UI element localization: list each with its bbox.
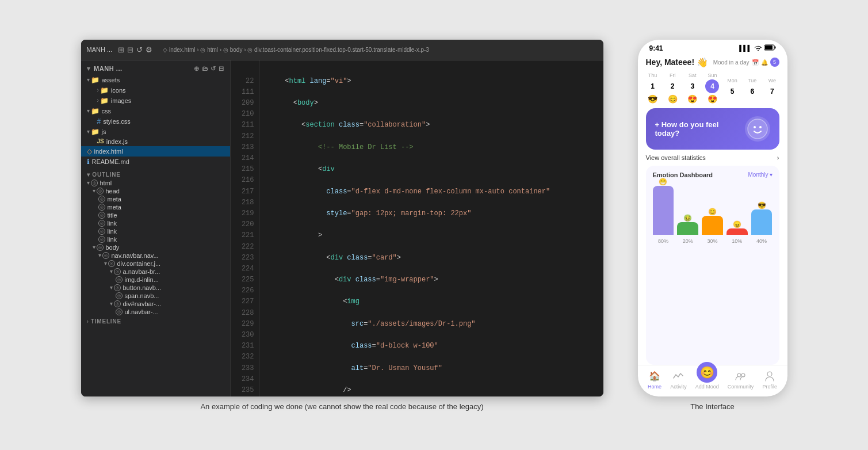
cal-day-we[interactable]: We 7 [765,78,779,98]
outline-body[interactable]: ▾ ◎ body [81,243,230,251]
mood-badge: Mood in a day 📅 🔔 5 [713,58,779,67]
outline-html[interactable]: ▾ ◎ html [81,179,230,187]
notification-count: 5 [770,58,779,67]
tree-item-readme[interactable]: ℹ README.md [81,157,230,167]
feel-today-label: + How do you feel today? [655,120,745,138]
bar3 [702,216,723,235]
new-file-icon[interactable]: ⊕ [194,65,200,73]
outline-span[interactable]: ◎ span.navb... [81,292,230,300]
cal-day-thu[interactable]: Thu 1 😎 [646,73,660,104]
outline-button[interactable]: ▾ ◎ button.navb... [81,284,230,292]
outline-a-navbar[interactable]: ▾ ◎ a.navbar-br... [81,268,230,276]
bar3-pct: 30% [707,238,717,244]
head-icon: ◎ [97,188,104,195]
tree-item-css[interactable]: ▾ 📁 css [81,106,230,116]
meta1-icon: ◎ [98,196,105,203]
time: 9:41 [649,44,663,52]
tree-item-icons[interactable]: › 📁 icons [81,85,230,96]
nav-add-mood[interactable]: 😊 Add Mood [695,370,719,390]
wifi-icon [754,45,762,52]
bar2-emoji: 🤢 [683,214,692,222]
status-bar: 9:41 ▌▌▌ [638,40,787,55]
stats-link[interactable]: View overall statistics › [646,154,779,161]
refresh-files-icon[interactable]: ↺ [211,65,216,73]
outline-div-container[interactable]: ▾ ◎ div.container.j... [81,260,230,268]
code-content[interactable]: <html lang="vi"> <body> <section class="… [259,60,603,396]
layout-icon[interactable]: ⊟ [127,45,133,54]
split-icon[interactable]: ⊞ [118,45,124,54]
nav-profile[interactable]: Profile [762,370,777,390]
right-caption: The Interface [690,402,735,411]
bar3-emoji: 😊 [708,208,717,216]
chevron-right-icon: › [777,154,779,161]
cal-day-mon[interactable]: Mon 5 [725,78,739,98]
cal-day-sun[interactable]: Sun 4 😍 [705,73,719,104]
tree-item-indexjs[interactable]: JS index.js [81,137,230,146]
tree-item-stylescss[interactable]: # styles.css [81,116,230,127]
bar-col-1: 😁 80% [653,186,674,235]
cal-day-sat[interactable]: Sat 3 😍 [686,73,699,104]
project-name: MANH ... ⊞ ⊟ ↺ ⚙ [87,45,153,54]
svg-point-8 [767,372,772,376]
nav-community[interactable]: Community [728,370,754,390]
new-folder-icon[interactable]: 🗁 [202,65,209,73]
outline-meta2[interactable]: ◎ meta [81,203,230,211]
outline-head[interactable]: ▾ ◎ head [81,187,230,195]
tree-item-indexhtml[interactable]: ◇ index.html [81,146,230,157]
bar1 [653,186,674,235]
svg-point-3 [748,119,767,139]
outline-title[interactable]: ◎ title [81,211,230,219]
dropdown-chevron-icon: ▾ [770,171,773,178]
nav-home[interactable]: 🏠 Home [648,370,661,390]
bell-icon[interactable]: 🔔 [761,59,768,66]
bar4-emoji: 😠 [733,220,741,228]
left-section: MANH ... ⊞ ⊟ ↺ ⚙ ◇ index.html › ◎ html ›… [81,40,603,411]
outline-link3[interactable]: ◎ link [81,235,230,243]
outline-link2[interactable]: ◎ link [81,227,230,235]
outline-nav[interactable]: ▾ ◎ nav.navbar.nav... [81,251,230,260]
feel-today-card[interactable]: + How do you feel today? [646,108,779,150]
right-section: 9:41 ▌▌▌ Hey, Mateee! 👋 [638,40,787,411]
bar2-pct: 20% [683,238,693,244]
breadcrumb: ◇ index.html › ◎ html › ◎ body › ◎ div.t… [157,47,597,53]
span-icon: ◎ [116,292,123,299]
monthly-dropdown[interactable]: Monthly ▾ [748,171,772,178]
title-icon: ◎ [98,212,105,219]
bar-col-2: 🤢 20% [677,222,698,235]
cal-day-fri[interactable]: Fri 2 😊 [666,73,679,104]
outline-ul[interactable]: ◎ ul.navbar-... [81,308,230,316]
outline-divnavbar[interactable]: ▾ ◎ div#navbar-... [81,300,230,308]
a-navbar-icon: ◎ [114,268,121,275]
tree-item-js[interactable]: ▾ 📁 js [81,127,230,137]
refresh-icon[interactable]: ↺ [136,45,143,54]
app-content: Hey, Mateee! 👋 Mood in a day 📅 🔔 5 Thu 1 [638,55,787,365]
settings-icon[interactable]: ⚙ [146,45,152,54]
code-area: 22 111 209 210 211 212 213 214 215 216 2… [231,60,603,396]
outline-section[interactable]: ▾ OUTLINE [81,167,230,179]
collapse-icon[interactable]: ⊟ [219,65,224,73]
editor-titlebar: MANH ... ⊞ ⊟ ↺ ⚙ ◇ index.html › ◎ html ›… [81,40,603,60]
bar-col-4: 😠 10% [726,228,748,235]
bar-col-3: 😊 30% [702,216,723,235]
wave-emoji: 👋 [697,57,708,68]
activity-icon [672,370,685,383]
link3-icon: ◎ [98,236,105,243]
div-container-icon: ◎ [108,260,115,267]
greeting-row: Hey, Mateee! 👋 Mood in a day 📅 🔔 5 [646,57,779,68]
tree-item-images[interactable]: › 📁 images [81,96,230,106]
status-right: ▌▌▌ [739,44,775,52]
meta2-icon: ◎ [98,204,105,211]
outline-link1[interactable]: ◎ link [81,219,230,227]
outline-meta1[interactable]: ◎ meta [81,195,230,203]
mobile-panel: 9:41 ▌▌▌ Hey, Mateee! 👋 [638,40,787,396]
html-icon: ◎ [91,180,98,186]
tree-item-assets[interactable]: ▾ 📁 assets [81,75,230,85]
calendar-icon[interactable]: 📅 [752,59,759,66]
file-tree: ▾ MANH ... ⊕ 🗁 ↺ ⊟ ▾ 📁 assets [81,60,231,396]
cal-day-tue[interactable]: Tue 6 [745,78,759,98]
body-icon: ◎ [97,244,104,251]
timeline-section[interactable]: › TIMELINE [81,316,230,327]
emotion-bar-chart: 😁 80% 🤢 20% 😊 [653,183,773,246]
nav-activity[interactable]: Activity [670,370,687,390]
outline-img[interactable]: ◎ img.d-inlin... [81,276,230,284]
